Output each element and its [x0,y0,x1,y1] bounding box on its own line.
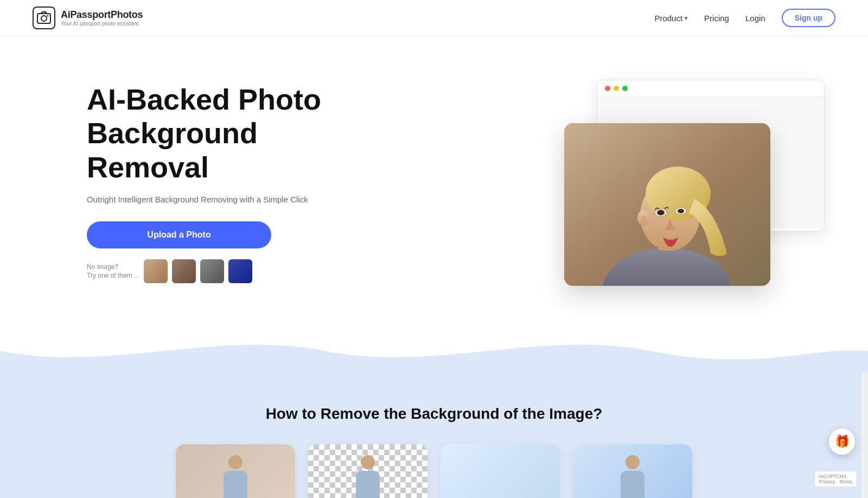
lower-section: How to Remove the Background of the Imag… [0,373,868,498]
dot-yellow [614,86,619,91]
step-img-4 [573,444,692,498]
navbar: AiPassportPhotos Your AI passport photo … [0,0,868,36]
sample-thumb-2[interactable] [172,259,196,283]
photo-card [564,123,770,286]
person-figure-1 [219,455,252,498]
svg-point-13 [657,210,665,215]
hero-title: AI-Backed Photo Background Removal [87,82,347,183]
person-head-4 [626,455,640,469]
sample-label-1: No image? [87,263,139,271]
person-head [228,455,242,469]
nav-links: Product ▾ Pricing Login Sign up [654,9,835,27]
person-body-4 [621,471,644,498]
step-card-2 [308,444,427,498]
svg-point-15 [678,209,684,213]
person-head-2 [361,455,375,469]
person-figure-2 [352,455,384,498]
nav-pricing[interactable]: Pricing [704,14,729,23]
nav-login[interactable]: Login [745,14,765,23]
chevron-down-icon: ▾ [685,15,688,22]
dot-red [605,86,610,91]
step-img-1 [176,444,295,498]
svg-point-2 [47,15,49,17]
recaptcha-badge: reCAPTCHA Privacy · Terms [814,471,857,487]
step-img-2 [308,444,427,498]
sample-thumb-4[interactable] [228,259,252,283]
sample-thumb-1[interactable] [144,259,168,283]
step-card-4 [573,444,692,498]
wave-section [0,318,868,373]
hero-right [564,80,825,286]
step-img-3 [441,444,560,498]
steps-row [43,444,825,498]
sample-label-2: Try one of them ... [87,272,139,279]
person-body [224,471,247,498]
logo-subtitle: Your AI passport photo assistant. [61,21,143,27]
person-body-2 [356,471,380,498]
browser-bar [597,80,824,97]
signup-button[interactable]: Sign up [782,9,835,27]
nav-product[interactable]: Product ▾ [654,14,688,23]
section-title: How to Remove the Background of the Imag… [43,405,825,423]
svg-rect-0 [37,14,50,23]
photo-placeholder [564,123,770,286]
svg-point-1 [41,16,47,21]
logo-icon [33,7,55,29]
sample-thumb-3[interactable] [200,259,224,283]
hero-subtitle: Outright Intelligent Background Removing… [87,195,347,204]
step-card-1 [176,444,295,498]
gift-button[interactable]: 🎁 [829,429,855,455]
logo-title: AiPassportPhotos [61,9,143,21]
hero-section: AI-Backed Photo Background Removal Outri… [0,36,868,318]
svg-point-17 [642,216,647,220]
person-figure-4 [616,455,649,498]
step-card-3 [441,444,560,498]
upload-button[interactable]: Upload a Photo [87,221,271,248]
wave-svg [0,318,868,373]
hero-left: AI-Backed Photo Background Removal Outri… [87,82,347,283]
sample-images-row: No image? Try one of them ... [87,259,347,283]
logo[interactable]: AiPassportPhotos Your AI passport photo … [33,7,143,29]
dot-green [622,86,628,91]
